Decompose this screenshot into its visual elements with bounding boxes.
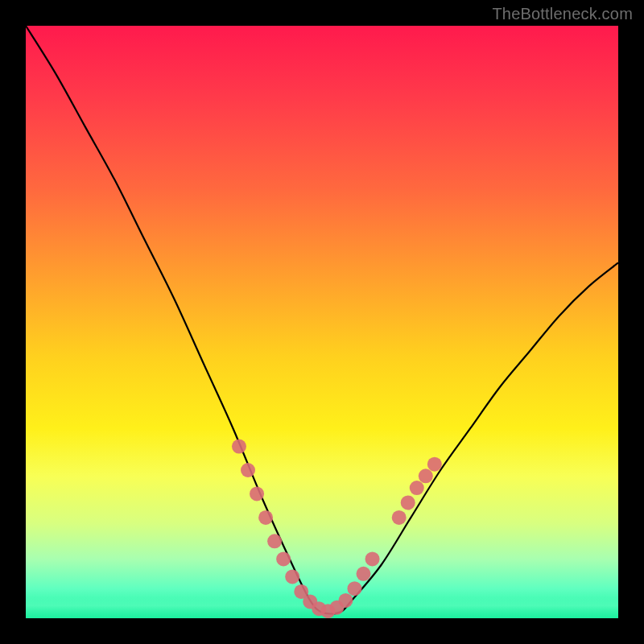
curve-marker [241, 463, 255, 477]
curve-marker [285, 569, 299, 584]
curve-marker [419, 469, 433, 483]
curve-marker [267, 534, 282, 548]
curve-marker [392, 510, 407, 525]
curve-marker [410, 481, 424, 495]
plot-area [26, 26, 618, 618]
curve-marker [258, 510, 273, 525]
curve-marker [232, 440, 246, 454]
bottleneck-curve [26, 26, 618, 613]
curve-marker [338, 593, 353, 608]
curve-marker [365, 551, 380, 566]
curve-marker [427, 457, 442, 472]
curve-marker [347, 581, 361, 596]
watermark-text: TheBottleneck.com [492, 5, 633, 23]
curve-layer [26, 26, 618, 618]
chart-frame: TheBottleneck.com [0, 0, 644, 644]
curve-marker [401, 495, 415, 510]
curve-marker [276, 551, 291, 566]
curve-marker [250, 486, 264, 501]
curve-marker [357, 567, 371, 581]
